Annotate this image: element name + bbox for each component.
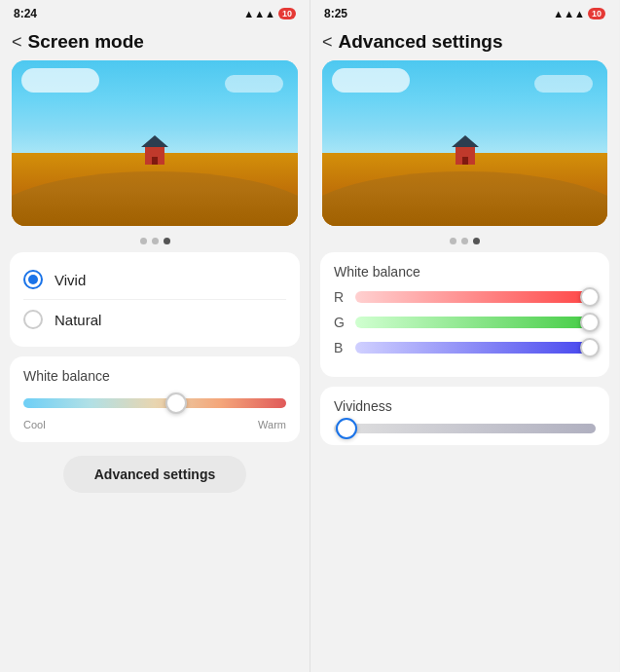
g-thumb[interactable] [580,313,600,332]
status-right-right: ▲▲▲ 10 [553,8,605,19]
r-track-wrap[interactable] [355,289,596,305]
page-dots-left [0,238,310,244]
advanced-settings-button[interactable]: Advanced settings [63,456,246,493]
preview-image-right [322,60,607,226]
dot-3-left [164,238,170,244]
house-door-left [152,157,158,165]
signal-icon-left: ▲▲▲ [243,8,275,19]
time-left: 8:24 [14,7,37,20]
vividness-card: Vividness [320,387,609,445]
page-title-right: Advanced settings [339,31,503,53]
b-thumb[interactable] [580,338,600,357]
house-door-right [462,157,468,165]
g-track-wrap[interactable] [355,315,596,330]
cool-label: Cool [23,419,46,430]
page-title-left: Screen mode [28,31,144,53]
back-button-left[interactable]: < [12,32,22,53]
vividness-thumb[interactable] [336,418,357,439]
g-track [355,317,596,328]
right-panel: 8:25 ▲▲▲ 10 < Advanced settings White ba… [310,0,619,672]
page-dots-right [310,238,619,244]
clouds2-left [225,75,283,93]
vividness-title: Vividness [334,398,596,414]
status-right-left: ▲▲▲ 10 [243,8,296,19]
clouds-right [332,68,410,93]
b-track [355,342,596,354]
clouds-left [21,68,99,93]
r-label: R [334,289,347,305]
time-right: 8:25 [324,7,347,20]
natural-option[interactable]: Natural [23,299,286,335]
g-label: G [334,315,347,330]
preview-image-left [12,60,298,226]
natural-radio[interactable] [23,310,43,329]
wb-track-left [23,398,286,408]
dot-2-left [152,238,159,244]
b-slider-row: B [334,340,596,355]
white-balance-card-right: White balance R G B [320,252,609,377]
b-track-wrap[interactable] [355,340,596,355]
badge-right: 10 [588,8,605,19]
vivid-radio[interactable] [23,270,43,289]
white-balance-card-left: White balance Cool Warm [10,356,300,442]
house-left [141,133,168,165]
back-button-right[interactable]: < [322,32,333,53]
status-bar-left: 8:24 ▲▲▲ 10 [0,0,310,25]
left-panel: 8:24 ▲▲▲ 10 < Screen mode Vivid [0,0,310,672]
header-right: < Advanced settings [310,25,619,60]
house-body-right [456,147,475,165]
r-slider-row: R [334,289,596,305]
g-slider-row: G [334,315,596,330]
mode-card: Vivid Natural [10,252,300,347]
vivid-label: Vivid [55,272,86,288]
dot-1-left [140,238,147,244]
r-track [355,291,596,303]
badge-left: 10 [278,8,296,19]
house-body-left [145,147,164,165]
r-thumb[interactable] [580,287,600,307]
house-roof-left [141,135,168,147]
dot-3-right [473,238,480,244]
dot-1-right [450,238,456,244]
wb-title-left: White balance [23,368,286,384]
header-left: < Screen mode [0,25,310,60]
signal-icon-right: ▲▲▲ [553,8,585,19]
wb-thumb-left[interactable] [165,392,187,414]
vividness-track[interactable] [334,424,596,433]
wb-slider-left[interactable] [23,393,286,413]
house-right [452,133,479,165]
wb-labels-left: Cool Warm [23,419,286,430]
house-roof-right [452,135,479,147]
status-bar-right: 8:25 ▲▲▲ 10 [310,0,619,25]
wb-title-right: White balance [334,264,596,280]
warm-label: Warm [258,419,286,430]
dot-2-right [461,238,468,244]
vivid-option[interactable]: Vivid [23,264,286,295]
clouds2-right [534,75,593,93]
b-label: B [334,340,347,355]
natural-label: Natural [55,312,101,328]
